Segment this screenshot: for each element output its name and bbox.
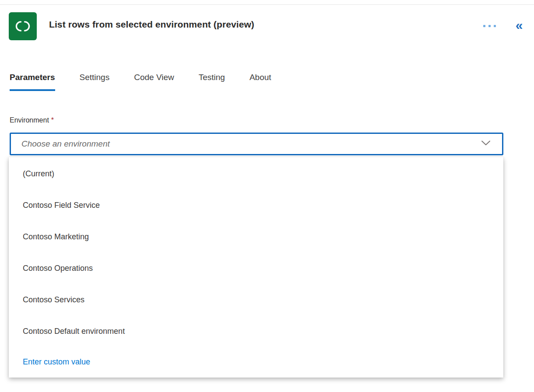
action-card-title: List rows from selected environment (pre… xyxy=(49,19,254,30)
collapse-pane-button[interactable]: « xyxy=(510,17,528,34)
environment-dropdown-list: (Current) Contoso Field Service Contoso … xyxy=(9,157,503,378)
tab-strip: Parameters Settings Code View Testing Ab… xyxy=(10,73,271,91)
enter-custom-value-link[interactable]: Enter custom value xyxy=(9,347,503,377)
tab-code-view[interactable]: Code View xyxy=(134,73,174,91)
dropdown-option-contoso-field-service[interactable]: Contoso Field Service xyxy=(9,189,503,221)
dropdown-option-contoso-services[interactable]: Contoso Services xyxy=(9,284,503,315)
chevron-down-icon xyxy=(481,140,491,148)
ellipsis-icon xyxy=(488,25,491,27)
dropdown-option-contoso-default-environment[interactable]: Contoso Default environment xyxy=(9,315,503,347)
dropdown-option-current[interactable]: (Current) xyxy=(9,158,503,189)
dropdown-option-contoso-marketing[interactable]: Contoso Marketing xyxy=(9,221,503,252)
environment-combobox[interactable]: Choose an environment xyxy=(10,133,503,155)
tab-settings[interactable]: Settings xyxy=(80,73,110,91)
ellipsis-icon xyxy=(494,25,496,27)
tab-testing[interactable]: Testing xyxy=(199,73,225,91)
required-asterisk: * xyxy=(49,116,54,124)
dataverse-logo-glyph xyxy=(14,18,31,35)
environment-label-text: Environment xyxy=(10,116,49,124)
tab-parameters[interactable]: Parameters xyxy=(10,73,55,91)
dropdown-option-contoso-operations[interactable]: Contoso Operations xyxy=(9,252,503,284)
combobox-placeholder: Choose an environment xyxy=(21,139,481,149)
ellipsis-icon xyxy=(483,25,485,27)
tab-about[interactable]: About xyxy=(249,73,271,91)
pane-top-divider xyxy=(0,4,534,5)
double-chevron-left-icon: « xyxy=(516,19,523,32)
dataverse-icon xyxy=(9,12,37,40)
more-actions-button[interactable] xyxy=(480,20,499,32)
environment-field-label: Environment* xyxy=(10,116,54,124)
